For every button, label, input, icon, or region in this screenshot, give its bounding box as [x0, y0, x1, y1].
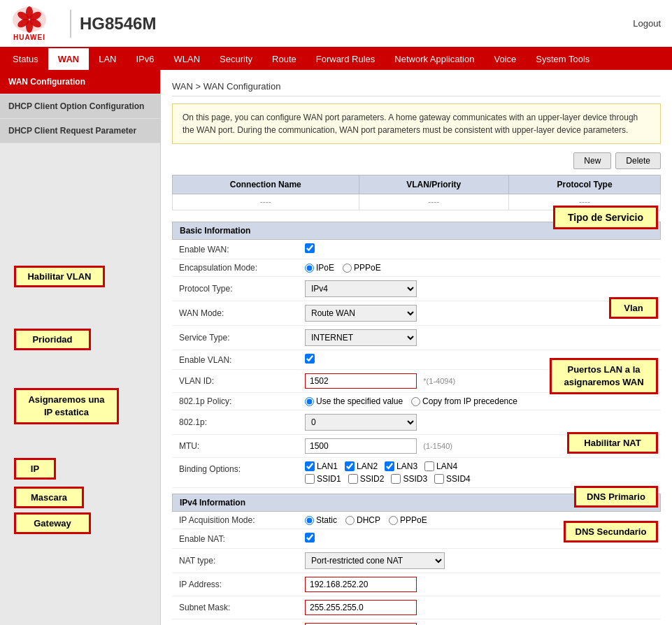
ctrl-encapsulation: IPoE PPPoE	[305, 263, 654, 273]
select-service-type[interactable]: INTERNETTR069OTHER	[305, 329, 417, 346]
annotation-tipo-servicio: Tipo de Servicio	[553, 206, 658, 229]
checkbox-enable-vlan[interactable]	[305, 354, 315, 364]
radio-copy-ip[interactable]	[411, 397, 420, 406]
ctrl-ip-address	[305, 577, 654, 592]
ctrl-nat-type: Port-restricted cone NAT Full cone NAT S…	[305, 552, 654, 569]
cell-vlan: ----	[359, 194, 509, 210]
cell-conn-name: ----	[173, 194, 359, 210]
label-nat-type: NAT type:	[179, 556, 305, 566]
ctrl-enable-wan	[305, 243, 654, 255]
annotation-habilitar-vlan: Habilitar VLAN	[14, 266, 105, 287]
nav-security[interactable]: Security	[210, 48, 262, 70]
select-protocol-type[interactable]: IPv4IPv6IPv4/IPv6	[305, 280, 417, 297]
label-subnet-mask: Subnet Mask:	[179, 603, 305, 612]
label-wan-mode: WAN Mode:	[179, 308, 305, 318]
checkbox-enable-wan[interactable]	[305, 243, 315, 253]
ctrl-8021p-policy: Use the specified value Copy from IP pre…	[305, 396, 654, 406]
row-protocol-type: Protocol Type: IPv4IPv6IPv4/IPv6	[172, 277, 661, 301]
info-box: On this page, you can configure WAN port…	[172, 103, 661, 144]
checkbox-lan3[interactable]	[385, 461, 394, 471]
ctrl-subnet-mask	[305, 600, 654, 615]
nav-lan[interactable]: LAN	[89, 48, 126, 70]
sidebar-item-dhcp-request[interactable]: DHCP Client Request Parameter	[0, 119, 160, 143]
row-enable-wan: Enable WAN:	[172, 240, 661, 259]
label-mtu: MTU:	[179, 441, 305, 451]
new-button[interactable]: New	[573, 152, 611, 169]
checkbox-ssid3[interactable]	[391, 474, 401, 484]
header-divider	[70, 10, 71, 38]
ctrl-service-type: INTERNETTR069OTHER	[305, 329, 654, 346]
radio-ipoe[interactable]	[305, 264, 314, 273]
logo-area: HUAWEI	[11, 6, 48, 41]
select-wan-mode[interactable]: Route WANBridge WAN	[305, 305, 417, 322]
nav-route[interactable]: Route	[262, 48, 306, 70]
checkbox-lan4[interactable]	[424, 461, 434, 471]
logout-button[interactable]: Logout	[633, 18, 661, 29]
label-vlan-id: VLAN ID:	[179, 376, 305, 386]
checkbox-ssid1[interactable]	[305, 474, 315, 484]
col-protocol-type: Protocol Type	[509, 175, 661, 194]
label-enable-nat: Enable NAT:	[179, 534, 305, 544]
label-protocol-type: Protocol Type:	[179, 284, 305, 294]
sidebar-item-dhcp-option[interactable]: DHCP Client Option Configuration	[0, 94, 160, 119]
label-enable-wan: Enable WAN:	[179, 245, 305, 254]
label-ip-address: IP Address:	[179, 580, 305, 589]
select-8021p[interactable]: 01234567	[305, 414, 417, 431]
binding-lan-row: LAN1 LAN2 LAN3 LAN4	[305, 461, 654, 471]
nav-ipv6[interactable]: IPv6	[127, 48, 164, 70]
input-ip-address[interactable]	[305, 577, 417, 592]
nav-forward-rules[interactable]: Forward Rules	[306, 48, 385, 70]
radio-pppoe[interactable]	[389, 516, 398, 525]
checkbox-ssid2[interactable]	[348, 474, 358, 484]
annotation-vlan: Vlan	[609, 297, 658, 319]
radio-dhcp[interactable]	[345, 516, 355, 525]
annotation-puertos: Puertos LAN a laasignaremos WAN	[550, 358, 658, 394]
checkbox-enable-nat[interactable]	[305, 533, 315, 543]
label-enable-vlan: Enable VLAN:	[179, 355, 305, 365]
label-8021p: 802.1p:	[179, 417, 305, 427]
row-service-type: Service Type: INTERNETTR069OTHER	[172, 326, 661, 350]
row-encapsulation: Encapsulation Mode: IPoE PPPoE	[172, 259, 661, 277]
ctrl-8021p: 01234567	[305, 414, 654, 431]
radio-pppoe[interactable]	[343, 264, 352, 273]
huawei-brand-text: HUAWEI	[13, 34, 45, 41]
hint-mtu: (1-1540)	[423, 442, 452, 450]
input-vlan-id[interactable]	[305, 373, 417, 389]
nav-system-tools[interactable]: System Tools	[526, 48, 599, 70]
nav-wlan[interactable]: WLAN	[164, 48, 210, 70]
radio-use-specified[interactable]	[305, 397, 314, 406]
select-nat-type[interactable]: Port-restricted cone NAT Full cone NAT S…	[305, 552, 445, 569]
ctrl-protocol-type: IPv4IPv6IPv4/IPv6	[305, 280, 654, 297]
header: HUAWEI HG8546M Logout	[0, 0, 672, 48]
row-8021p-policy: 802.1p Policy: Use the specified value C…	[172, 393, 661, 410]
col-vlan-priority: VLAN/Priority	[359, 175, 509, 194]
ctrl-wan-mode: Route WANBridge WAN	[305, 305, 654, 322]
annotation-mascara: Mascara	[14, 487, 84, 508]
ctrl-binding: LAN1 LAN2 LAN3 LAN4 SSID1 SSID2 SSID3 SS…	[305, 461, 654, 484]
radio-static[interactable]	[305, 516, 314, 525]
row-nat-type: NAT type: Port-restricted cone NAT Full …	[172, 549, 661, 573]
annotation-prioridad: Prioridad	[14, 329, 91, 350]
row-ip-address: IP Address:	[172, 573, 661, 596]
checkbox-lan2[interactable]	[345, 461, 355, 471]
sidebar-item-wan-config[interactable]: WAN Configuration	[0, 70, 160, 94]
annotation-dns-primario: DNS Primario	[574, 486, 658, 508]
checkbox-lan1[interactable]	[305, 461, 315, 471]
delete-button[interactable]: Delete	[615, 152, 661, 169]
annotation-ip: IP	[14, 458, 56, 480]
nav-network-app[interactable]: Network Application	[385, 48, 484, 70]
annotation-dns-secundario: DNS Secundario	[564, 521, 658, 543]
nav-status[interactable]: Status	[3, 48, 48, 70]
breadcrumb: WAN > WAN Configuration	[172, 77, 661, 96]
label-encapsulation: Encapsulation Mode:	[179, 263, 305, 273]
row-8021p: 802.1p: 01234567	[172, 410, 661, 435]
checkbox-ssid4[interactable]	[434, 474, 444, 484]
annotation-gateway: Gateway	[14, 512, 91, 534]
input-subnet-mask[interactable]	[305, 600, 417, 615]
input-mtu[interactable]	[305, 438, 417, 454]
nav-voice[interactable]: Voice	[484, 48, 526, 70]
label-service-type: Service Type:	[179, 333, 305, 343]
binding-ssid-row: SSID1 SSID2 SSID3 SSID4	[305, 474, 654, 484]
nav-wan[interactable]: WAN	[48, 48, 89, 70]
label-8021p-policy: 802.1p Policy:	[179, 396, 305, 406]
